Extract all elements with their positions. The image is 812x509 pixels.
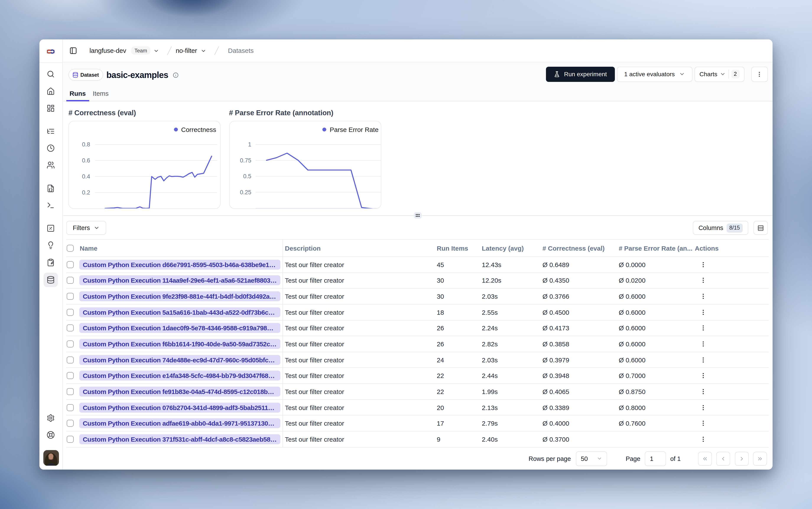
svg-text:0.6: 0.6 <box>82 157 90 164</box>
svg-text:Parse Error Rate: Parse Error Rate <box>330 126 378 133</box>
svg-text:1: 1 <box>248 141 251 148</box>
svg-text:Correctness: Correctness <box>181 126 216 133</box>
svg-text:0.4: 0.4 <box>82 173 90 180</box>
svg-text:0.8: 0.8 <box>82 141 90 148</box>
svg-text:0.2: 0.2 <box>82 189 90 196</box>
svg-text:0.25: 0.25 <box>240 189 251 196</box>
svg-text:0.75: 0.75 <box>240 157 251 164</box>
svg-text:0.5: 0.5 <box>243 173 251 179</box>
